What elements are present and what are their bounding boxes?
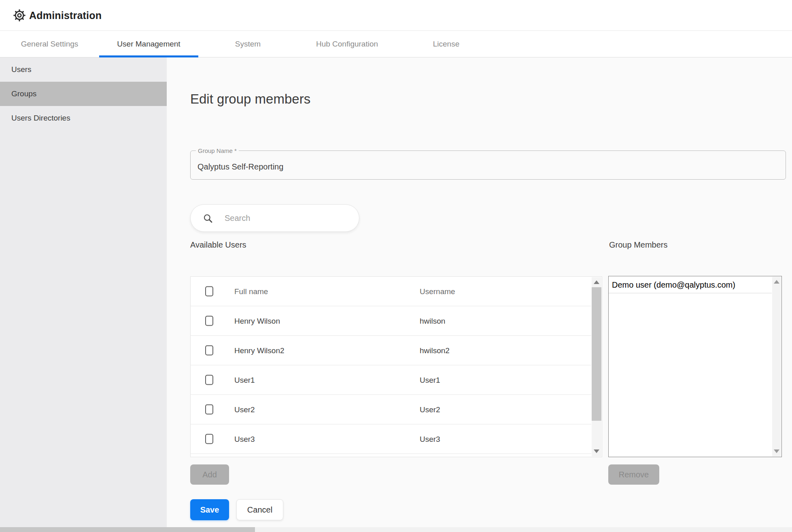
save-button[interactable]: Save	[190, 499, 229, 520]
column-header-username: Username	[420, 277, 455, 306]
tab-license[interactable]: License	[397, 31, 496, 57]
app-title: Administration	[29, 0, 102, 31]
table-row: User2 User2	[191, 395, 591, 424]
listbox-scroll-down-arrow-icon[interactable]	[774, 449, 779, 453]
username-cell: User1	[420, 365, 440, 395]
scroll-down-arrow-icon[interactable]	[594, 449, 599, 453]
tab-system[interactable]: System	[198, 31, 297, 57]
table-header-row: Full name Username	[191, 277, 591, 306]
listbox-scroll-up-arrow-icon[interactable]	[774, 280, 779, 284]
scroll-up-arrow-icon[interactable]	[594, 280, 599, 284]
table-row: User3 User3	[191, 424, 591, 454]
table-row: Henry Wilson2 hwilson2	[191, 336, 591, 365]
page-title: Edit group members	[190, 91, 310, 107]
column-header-full-name: Full name	[234, 277, 268, 306]
username-cell: User3	[420, 424, 440, 454]
search-icon	[203, 213, 213, 224]
full-name-cell: User2	[234, 395, 255, 424]
table-row: Henry Wilson hwilson	[191, 306, 591, 336]
available-users-title: Available Users	[190, 240, 246, 250]
group-members-title: Group Members	[609, 240, 668, 250]
full-name-cell: Henry Wilson	[234, 306, 280, 336]
full-name-cell: User1	[234, 365, 255, 395]
remove-button[interactable]: Remove	[608, 464, 659, 485]
table-scrollbar-thumb[interactable]	[592, 287, 601, 421]
full-name-cell: User3	[234, 424, 255, 454]
row-checkbox[interactable]	[205, 316, 213, 326]
group-members-listbox[interactable]: Demo user (demo@qalyptus.com)	[608, 276, 782, 457]
search-input[interactable]	[225, 205, 346, 231]
select-all-checkbox[interactable]	[205, 286, 213, 297]
tab-general-settings[interactable]: General Settings	[0, 31, 99, 57]
username-cell: User2	[420, 395, 440, 424]
sidebar-item-users-directories[interactable]: Users Directories	[0, 106, 167, 130]
administration-app: Administration General SettingsUser Mana…	[0, 0, 792, 532]
cancel-button[interactable]: Cancel	[236, 499, 283, 520]
search-box[interactable]	[190, 204, 359, 232]
gear-icon	[13, 9, 26, 22]
group-name-field[interactable]: Group Name *	[190, 150, 786, 180]
tab-bar: General SettingsUser ManagementSystemHub…	[0, 31, 792, 57]
tab-hub-configuration[interactable]: Hub Configuration	[297, 31, 397, 57]
listbox-scrollbar[interactable]	[772, 277, 781, 456]
full-name-cell: Henry Wilson2	[234, 336, 285, 365]
horizontal-scrollbar[interactable]	[0, 527, 792, 532]
tab-user-management[interactable]: User Management	[99, 31, 198, 57]
table-row: User1 User1	[191, 365, 591, 395]
username-cell: hwilson2	[420, 336, 450, 365]
add-button[interactable]: Add	[190, 464, 229, 485]
group-member-item[interactable]: Demo user (demo@qalyptus.com)	[609, 276, 772, 293]
available-users-table: Full name Username Henry Wilson hwilson …	[190, 276, 602, 457]
row-checkbox[interactable]	[205, 434, 213, 444]
group-name-input[interactable]	[197, 151, 776, 179]
row-checkbox[interactable]	[205, 345, 213, 356]
available-users-rows: Full name Username Henry Wilson hwilson …	[191, 277, 591, 457]
sidebar-item-users[interactable]: Users	[0, 57, 167, 82]
username-cell: hwilson	[420, 306, 445, 336]
app-header: Administration	[0, 0, 792, 31]
table-scrollbar[interactable]	[592, 277, 601, 456]
row-checkbox[interactable]	[205, 405, 213, 415]
sidebar: UsersGroupsUsers Directories	[0, 57, 167, 532]
horizontal-scrollbar-thumb[interactable]	[0, 527, 255, 532]
sidebar-item-groups[interactable]: Groups	[0, 82, 167, 106]
main-content: Edit group members Group Name * Availabl…	[167, 57, 792, 532]
row-checkbox[interactable]	[205, 375, 213, 385]
group-members-items: Demo user (demo@qalyptus.com)	[609, 276, 781, 293]
